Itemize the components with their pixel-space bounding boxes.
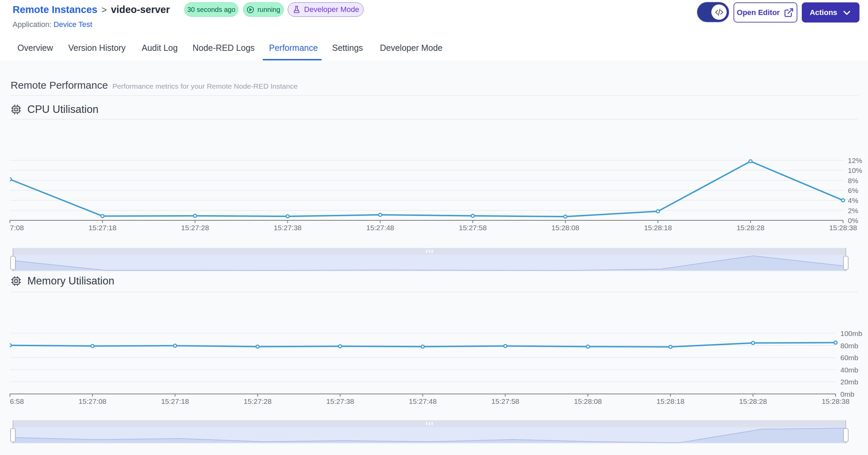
svg-text:8%: 8% [848, 177, 858, 185]
svg-text:15:28:38: 15:28:38 [829, 224, 857, 232]
svg-text:15:27:48: 15:27:48 [409, 397, 437, 405]
svg-text:15:27:08: 15:27:08 [79, 397, 106, 405]
svg-text:0mb: 0mb [840, 390, 854, 398]
svg-text:15:27:38: 15:27:38 [326, 397, 354, 405]
svg-text:15:28:08: 15:28:08 [574, 397, 602, 405]
svg-text:6:58: 6:58 [10, 397, 24, 405]
svg-text:15:27:48: 15:27:48 [366, 224, 394, 232]
svg-text:15:28:28: 15:28:28 [737, 224, 765, 232]
svg-text:15:27:38: 15:27:38 [274, 224, 302, 232]
svg-text:60mb: 60mb [840, 354, 858, 362]
svg-text:15:27:18: 15:27:18 [161, 397, 189, 405]
svg-text:15:27:58: 15:27:58 [459, 224, 487, 232]
svg-text:20mb: 20mb [840, 378, 858, 386]
svg-text:15:27:58: 15:27:58 [492, 397, 520, 405]
svg-text:40mb: 40mb [840, 366, 858, 374]
svg-text:15:27:28: 15:27:28 [181, 224, 209, 232]
svg-text:15:28:18: 15:28:18 [644, 224, 672, 232]
svg-text:0%: 0% [848, 217, 858, 224]
svg-text:80mb: 80mb [840, 342, 858, 350]
svg-text:100mb: 100mb [840, 329, 862, 337]
svg-text:15:28:18: 15:28:18 [656, 397, 684, 405]
svg-text:15:27:28: 15:27:28 [244, 397, 272, 405]
svg-text:12%: 12% [848, 157, 862, 164]
svg-text:15:28:08: 15:28:08 [551, 224, 579, 232]
svg-text:15:27:18: 15:27:18 [88, 224, 116, 232]
svg-text:7:08: 7:08 [10, 224, 24, 232]
svg-text:4%: 4% [848, 196, 858, 204]
svg-text:2%: 2% [848, 207, 858, 215]
svg-text:10%: 10% [848, 166, 862, 174]
svg-text:6%: 6% [848, 187, 858, 194]
svg-text:15:28:38: 15:28:38 [822, 397, 850, 405]
svg-text:15:28:28: 15:28:28 [739, 397, 767, 405]
